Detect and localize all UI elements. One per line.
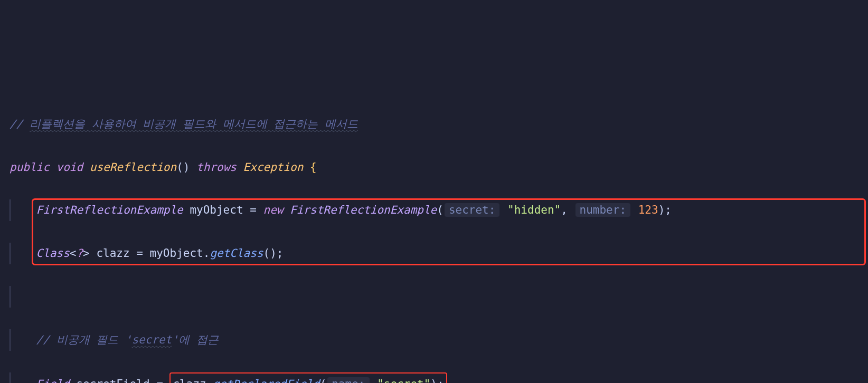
code-line: Class<?> clazz = myObject.getClass();: [10, 243, 858, 264]
paren-close: ): [430, 378, 437, 383]
comment-underline: secret: [131, 333, 172, 346]
keyword-new: new: [263, 204, 283, 216]
code-line: // 리플렉션을 사용하여 비공개 필드와 메서드에 접근하는 메서드: [10, 113, 858, 135]
object: myObject: [150, 247, 203, 260]
semicolon: ;: [277, 247, 284, 260]
code-line: public void useReflection() throws Excep…: [10, 157, 858, 178]
keyword-public: public: [10, 161, 50, 174]
type: Field: [36, 378, 70, 383]
keyword-throws: throws: [196, 161, 237, 174]
string: "hidden": [507, 204, 561, 216]
equals: =: [130, 247, 150, 260]
number: 123: [638, 204, 658, 216]
method-call: getClass: [210, 247, 263, 260]
code-editor[interactable]: // 리플렉션을 사용하여 비공개 필드와 메서드에 접근하는 메서드 publ…: [10, 92, 858, 383]
exception-type: Exception: [243, 161, 304, 174]
angle-open: <: [70, 247, 77, 260]
dot: .: [206, 378, 213, 383]
keyword-void: void: [56, 161, 83, 174]
string: "secret": [377, 378, 430, 383]
variable: clazz: [96, 247, 129, 260]
code-line: // 비공개 필드 'secret'에 접근: [10, 329, 858, 351]
comma: ,: [561, 204, 568, 216]
semicolon: ;: [437, 378, 444, 383]
paren-open: (: [320, 378, 327, 383]
type: FirstReflectionExample: [36, 204, 183, 216]
method-name: useReflection: [90, 161, 176, 174]
param-hint: name:: [327, 377, 369, 383]
variable: myObject: [190, 204, 243, 216]
method-call: getDeclaredField: [213, 378, 319, 383]
constructor: FirstReflectionExample: [290, 204, 437, 216]
param-hint: secret:: [445, 203, 500, 217]
parens: (): [263, 247, 277, 260]
param-hint: number:: [575, 203, 631, 217]
equals: =: [243, 204, 263, 216]
paren-open: (: [437, 204, 444, 216]
paren-close: ): [658, 204, 665, 216]
highlight-box: clazz.getDeclaredField(name: "secret");: [169, 372, 447, 383]
comment: //: [10, 118, 30, 130]
equals: =: [150, 378, 170, 383]
comment: // 비공개 필드 ': [36, 333, 132, 346]
semicolon: ;: [665, 204, 672, 216]
brace-open: {: [310, 161, 317, 174]
wildcard: ?: [76, 247, 83, 260]
code-line: Field secretField = clazz.getDeclaredFie…: [10, 372, 858, 383]
object: clazz: [173, 378, 206, 383]
angle-close: >: [83, 247, 90, 260]
comment: '에 접근: [172, 333, 218, 346]
code-line: FirstReflectionExample myObject = new Fi…: [10, 199, 858, 221]
variable: secretField: [76, 378, 149, 383]
type: Class: [36, 247, 70, 260]
dot: .: [203, 247, 210, 260]
blank-line: [10, 286, 858, 308]
parens: (): [176, 161, 190, 174]
comment-text: 리플렉션을 사용하여 비공개 필드와 메서드에 접근하는 메서드: [30, 118, 358, 130]
